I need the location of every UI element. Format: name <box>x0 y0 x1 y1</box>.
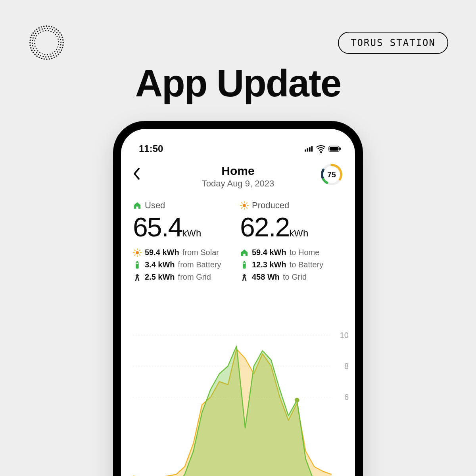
svg-point-65 <box>47 28 48 29</box>
svg-point-49 <box>42 56 44 57</box>
svg-rect-105 <box>311 146 313 152</box>
svg-point-57 <box>32 40 33 41</box>
svg-point-36 <box>61 35 62 36</box>
battery-icon <box>133 261 142 269</box>
svg-point-70 <box>58 34 59 35</box>
svg-point-73 <box>60 42 61 43</box>
list-item: 59.4 kWh to Home <box>240 248 343 257</box>
svg-point-99 <box>57 36 58 37</box>
svg-point-93 <box>42 31 44 32</box>
svg-point-51 <box>38 54 39 55</box>
screen-title: Home <box>202 164 274 178</box>
energy-chart[interactable]: 6810 <box>133 331 351 476</box>
svg-point-76 <box>56 49 57 50</box>
svg-point-72 <box>60 39 61 40</box>
wifi-icon <box>317 144 325 153</box>
svg-point-80 <box>47 54 48 55</box>
svg-line-128 <box>246 207 247 208</box>
svg-point-54 <box>33 48 34 49</box>
svg-point-74 <box>58 44 59 45</box>
battery-icon <box>240 261 249 269</box>
svg-point-31 <box>51 26 52 27</box>
list-item: 3.4 kWh from Battery <box>133 260 236 269</box>
breakdown-direction: to Grid <box>283 273 307 282</box>
svg-line-127 <box>242 203 242 203</box>
app-header: Home Today Aug 9, 2023 75 <box>121 157 355 192</box>
metric-used: Used 65.4kWh 59.4 kWh from Solar 3.4 kWh… <box>133 200 236 282</box>
produced-breakdown: 59.4 kWh to Home 12.3 kWh to Battery 458… <box>240 248 343 282</box>
breakdown-value: 2.5 kWh <box>145 273 175 282</box>
svg-point-20 <box>29 40 31 41</box>
metric-produced-unit: kWh <box>289 228 308 238</box>
metric-used-unit: kWh <box>182 228 201 238</box>
svg-point-25 <box>36 29 37 30</box>
grid-icon <box>240 273 249 282</box>
svg-point-40 <box>60 44 61 45</box>
svg-point-75 <box>57 46 58 48</box>
svg-point-48 <box>45 56 46 58</box>
svg-point-11 <box>41 58 42 59</box>
used-breakdown: 59.4 kWh from Solar 3.4 kWh from Battery… <box>133 248 236 282</box>
svg-point-85 <box>36 48 37 49</box>
screen-subtitle: Today Aug 9, 2023 <box>202 178 274 189</box>
svg-point-34 <box>58 30 59 31</box>
svg-point-87 <box>34 43 35 44</box>
svg-rect-132 <box>244 261 245 262</box>
status-time: 11:50 <box>139 143 163 154</box>
svg-point-86 <box>35 46 36 47</box>
svg-rect-108 <box>340 148 341 150</box>
svg-point-24 <box>34 30 35 31</box>
score-value: 75 <box>327 171 336 179</box>
svg-rect-104 <box>309 147 311 152</box>
breakdown-direction: from Solar <box>182 248 219 257</box>
svg-point-43 <box>57 51 58 52</box>
svg-rect-107 <box>330 147 339 150</box>
svg-point-88 <box>34 40 35 42</box>
score-ring[interactable]: 75 <box>320 163 343 186</box>
svg-point-35 <box>59 32 60 33</box>
svg-point-84 <box>37 50 38 52</box>
svg-point-47 <box>48 56 49 58</box>
svg-point-16 <box>31 50 33 51</box>
page-title: App Update <box>0 61 476 105</box>
product-badge: TORUS STATION <box>338 32 448 54</box>
svg-point-71 <box>59 36 60 38</box>
svg-point-3 <box>60 52 61 53</box>
svg-point-56 <box>32 42 33 44</box>
svg-point-100 <box>58 38 59 40</box>
svg-point-67 <box>52 29 53 30</box>
svg-point-12 <box>38 57 40 58</box>
svg-point-68 <box>54 30 56 31</box>
svg-line-130 <box>246 203 247 203</box>
sun-icon <box>240 201 249 210</box>
svg-point-7 <box>51 58 52 59</box>
sun-icon <box>133 248 142 257</box>
metric-produced: Produced 62.2kWh 59.4 kWh to Home 12.3 k… <box>240 200 343 282</box>
y-tick-label: 10 <box>340 331 349 340</box>
svg-line-116 <box>139 255 140 255</box>
svg-point-90 <box>36 35 37 36</box>
svg-point-15 <box>33 52 34 53</box>
svg-point-0 <box>62 44 63 46</box>
svg-point-92 <box>40 32 41 33</box>
svg-point-4 <box>58 54 59 55</box>
breakdown-direction: to Battery <box>290 260 324 269</box>
svg-point-95 <box>48 30 49 31</box>
svg-point-38 <box>62 39 63 40</box>
breakdown-value: 3.4 kWh <box>145 260 175 269</box>
svg-point-94 <box>45 30 46 31</box>
svg-point-29 <box>46 25 47 27</box>
svg-point-97 <box>53 32 54 33</box>
svg-point-17 <box>30 47 31 48</box>
svg-point-10 <box>44 58 45 60</box>
metric-produced-label: Produced <box>252 200 289 211</box>
svg-point-33 <box>56 29 57 30</box>
svg-rect-133 <box>244 263 246 264</box>
svg-line-117 <box>134 255 135 255</box>
svg-point-50 <box>40 55 41 56</box>
svg-point-82 <box>42 53 43 54</box>
back-button[interactable] <box>133 167 141 182</box>
y-tick-label: 8 <box>344 362 349 371</box>
torus-logo-icon <box>28 24 65 61</box>
breakdown-value: 59.4 kWh <box>252 248 286 257</box>
